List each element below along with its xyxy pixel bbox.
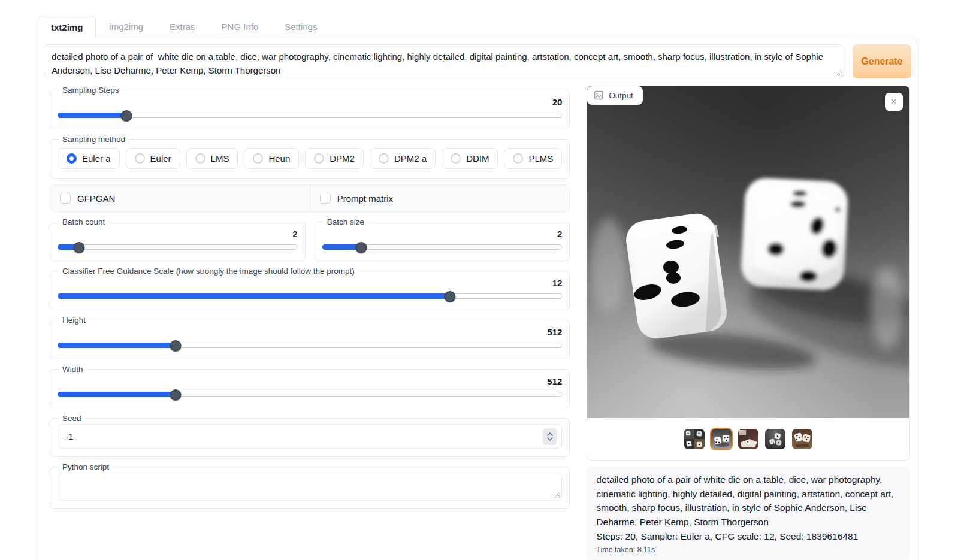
radio-dpm2-a[interactable]: DPM2 a — [370, 148, 436, 169]
seed-input[interactable] — [58, 424, 562, 449]
image-stage — [587, 86, 909, 419]
close-icon[interactable]: × — [885, 93, 903, 111]
sampling-method-group: Sampling method Euler a Euler LMS Heun D… — [50, 135, 570, 179]
toggle-panel: GFPGAN Prompt matrix — [50, 184, 570, 212]
prompt-row: detailed photo of a pair of white die on… — [44, 44, 911, 78]
slider-thumb[interactable] — [445, 291, 456, 302]
height-label: Height — [59, 316, 89, 325]
radio-ddim[interactable]: DDIM — [442, 148, 498, 169]
generation-params-text: Steps: 20, Sampler: Euler a, CFG scale: … — [596, 529, 900, 544]
txt2img-panel: detailed photo of a pair of white die on… — [38, 38, 917, 560]
radio-dot — [451, 153, 461, 164]
batch-size-group: Batch size 2 — [315, 217, 570, 261]
height-value: 512 — [58, 326, 562, 338]
output-label-text: Output — [609, 91, 633, 100]
output-panel-label: Output — [587, 86, 643, 105]
output-column: Output × — [587, 86, 910, 560]
python-script-label: Python script — [59, 462, 113, 471]
generate-button[interactable]: Generate — [853, 44, 911, 78]
tab-extras[interactable]: Extras — [156, 15, 208, 38]
sampling-method-options: Euler a Euler LMS Heun DPM2 DPM2 a DDIM … — [58, 145, 562, 171]
cfg-scale-value: 12 — [58, 277, 562, 289]
stage-smudge — [591, 218, 627, 314]
radio-label: LMS — [211, 153, 229, 164]
slider-thumb[interactable] — [355, 242, 367, 253]
radio-dot — [379, 153, 389, 164]
height-group: Height 512 — [50, 316, 570, 359]
gfpgan-label: GFPGAN — [77, 193, 115, 204]
python-script-group: Python script — [50, 462, 570, 509]
radio-dot — [195, 153, 205, 164]
batch-size-slider[interactable] — [322, 242, 563, 253]
batch-count-slider[interactable] — [58, 242, 298, 253]
radio-label: DPM2 a — [394, 153, 427, 164]
checkbox-box[interactable] — [320, 193, 331, 204]
gfpgan-checkbox[interactable]: GFPGAN — [50, 185, 310, 211]
tab-img2img[interactable]: img2img — [96, 15, 156, 38]
radio-dot — [513, 153, 523, 164]
python-script-input[interactable] — [58, 473, 562, 501]
radio-heun[interactable]: Heun — [244, 148, 299, 169]
thumbnail-strip — [587, 418, 909, 460]
thumbnail-4[interactable] — [764, 428, 787, 450]
width-label: Width — [59, 365, 87, 374]
tab-settings[interactable]: Settings — [271, 15, 330, 38]
radio-label: Euler — [150, 153, 171, 164]
prompt-matrix-label: Prompt matrix — [337, 193, 393, 204]
prompt-input[interactable]: detailed photo of a pair of white die on… — [44, 44, 844, 78]
sampling-steps-group: Sampling Steps 20 — [50, 86, 570, 129]
cfg-scale-slider[interactable] — [58, 291, 562, 302]
batch-size-value: 2 — [322, 228, 563, 240]
slider-thumb[interactable] — [170, 340, 182, 352]
checkbox-box[interactable] — [60, 193, 71, 204]
cfg-scale-group: Classifier Free Guidance Scale (how stro… — [50, 267, 570, 310]
radio-dot — [135, 153, 145, 164]
radio-label: Heun — [268, 153, 290, 164]
thumbnail-2-selected[interactable] — [710, 428, 733, 450]
generation-time-text: Time taken: 8.11s — [596, 546, 900, 554]
batch-count-value: 2 — [58, 228, 298, 240]
seed-group: Seed — [50, 414, 570, 457]
output-gallery: Output × — [587, 86, 910, 461]
sampling-steps-label: Sampling Steps — [59, 86, 123, 95]
tab-txt2img[interactable]: txt2img — [38, 16, 96, 38]
stepper-icon[interactable] — [543, 428, 557, 445]
radio-lms[interactable]: LMS — [186, 148, 238, 169]
tab-bar: txt2img img2img Extras PNG Info Settings — [38, 15, 917, 38]
width-group: Width 512 — [50, 365, 570, 408]
radio-plms[interactable]: PLMS — [504, 148, 562, 169]
slider-track[interactable] — [58, 244, 298, 250]
radio-euler-a[interactable]: Euler a — [58, 148, 120, 169]
slider-track[interactable] — [58, 113, 562, 118]
cfg-scale-label: Classifier Free Guidance Scale (how stro… — [59, 267, 358, 276]
sampling-method-label: Sampling method — [59, 135, 129, 144]
slider-fill — [58, 113, 126, 118]
prompt-matrix-checkbox[interactable]: Prompt matrix — [310, 185, 570, 211]
generation-prompt-text: detailed photo of a pair of white die on… — [596, 473, 900, 529]
slider-fill — [58, 392, 176, 397]
image-icon — [594, 90, 603, 100]
generated-image[interactable] — [587, 86, 909, 419]
batch-count-label: Batch count — [59, 217, 108, 226]
height-slider[interactable] — [58, 340, 562, 351]
slider-thumb[interactable] — [74, 242, 85, 253]
txt2img-app: txt2img img2img Extras PNG Info Settings… — [38, 15, 917, 560]
generation-info: detailed photo of a pair of white die on… — [587, 466, 910, 560]
radio-dot — [314, 153, 324, 164]
tab-png-info[interactable]: PNG Info — [208, 15, 272, 38]
width-slider[interactable] — [58, 389, 562, 400]
radio-label: DDIM — [466, 153, 489, 164]
settings-column: Sampling Steps 20 Sampling method Euler … — [50, 86, 570, 560]
sampling-steps-slider[interactable] — [58, 110, 562, 121]
thumbnail-3[interactable] — [737, 428, 760, 450]
thumbnail-5[interactable] — [791, 428, 814, 450]
radio-label: Euler a — [82, 153, 111, 164]
slider-thumb[interactable] — [120, 110, 132, 122]
thumbnail-1[interactable] — [683, 428, 706, 450]
radio-label: DPM2 — [330, 153, 355, 164]
radio-euler[interactable]: Euler — [126, 148, 180, 169]
sampling-steps-value: 20 — [58, 96, 562, 108]
radio-dpm2[interactable]: DPM2 — [305, 148, 364, 169]
slider-thumb[interactable] — [170, 389, 182, 401]
radio-label: PLMS — [528, 153, 553, 164]
